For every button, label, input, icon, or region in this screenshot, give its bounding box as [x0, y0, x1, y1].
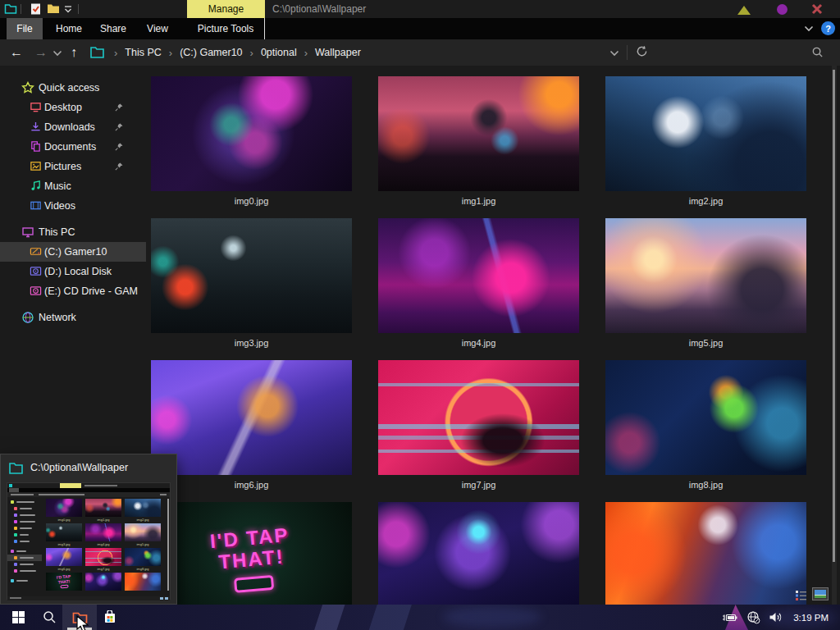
sidebar-item-label: Network — [39, 312, 76, 323]
vertical-scrollbar[interactable] — [832, 66, 837, 605]
sidebar-item-videos[interactable]: Videos — [0, 196, 146, 216]
file-name: img3.jpg — [151, 338, 352, 348]
search-icon[interactable] — [811, 46, 824, 58]
breadcrumb-wallpaper[interactable]: Wallpaper — [313, 47, 363, 58]
start-button[interactable] — [3, 605, 33, 630]
explorer-app-icon — [4, 2, 17, 16]
tab-share[interactable]: Share — [94, 18, 133, 39]
file-item-img2[interactable]: img2.jpg — [601, 76, 829, 218]
manage-contextual-header: Manage — [187, 0, 265, 18]
volume-icon[interactable] — [769, 611, 783, 623]
breadcrumb-separator: › — [299, 47, 313, 59]
mini-status-bar — [7, 596, 170, 600]
tab-home[interactable]: Home — [49, 18, 89, 39]
file-item-img7[interactable]: img7.jpg — [374, 360, 601, 502]
mini-search — [160, 494, 167, 495]
quick-access-star-icon — [21, 81, 34, 94]
downloads-icon — [30, 121, 42, 133]
refresh-icon[interactable] — [636, 45, 648, 57]
collapse-ribbon-icon[interactable] — [804, 25, 814, 32]
mini-sidebar-row-selected — [7, 555, 42, 561]
mini-scrollbar — [167, 499, 169, 591]
sidebar-item-desktop[interactable]: Desktop — [0, 98, 146, 117]
file-item-img4[interactable]: img4.jpg — [374, 218, 601, 360]
thumbnail-img9: I'D TAPTHAT! — [151, 502, 352, 605]
thumbnail-view-button[interactable] — [812, 587, 829, 600]
sidebar-item-this-pc[interactable]: This PC — [0, 222, 146, 242]
recent-locations-chevron-icon[interactable] — [52, 50, 62, 57]
divider — [21, 4, 21, 14]
game-controller-graphic — [233, 575, 273, 593]
forward-button[interactable]: → — [34, 39, 48, 66]
system-tray: 3:19 PM — [718, 605, 840, 630]
scrollbar-thumb[interactable] — [833, 70, 835, 562]
battery-icon[interactable] — [722, 613, 738, 623]
sidebar-item-quick-access[interactable]: Quick access — [0, 78, 146, 98]
breadcrumb-drive-c[interactable]: (C:) Gamer10 — [178, 47, 244, 58]
sidebar-item-network[interactable]: Network — [0, 308, 146, 327]
file-item-img5[interactable]: img5.jpg — [601, 218, 829, 360]
thumbnail-img11 — [605, 502, 806, 605]
sidebar-item-downloads[interactable]: Downloads — [0, 117, 146, 137]
windows-logo-icon — [12, 611, 25, 623]
properties-icon[interactable] — [30, 2, 42, 16]
file-name: img0.jpg — [151, 196, 352, 206]
thumbnail-img8 — [605, 360, 806, 475]
breadcrumb-this-pc[interactable]: This PC — [123, 47, 162, 58]
address-folder-icon[interactable] — [90, 46, 104, 58]
file-name: img4.jpg — [378, 338, 579, 348]
window-preview-thumbnail: img0.jpg img1.jpg img2.jpg img3.jpg img4… — [7, 482, 171, 600]
file-item-img8[interactable]: img8.jpg — [601, 360, 829, 502]
wallpaper-streak — [368, 605, 412, 630]
file-list: img0.jpg img1.jpg img2.jpg img3.jpg img4… — [147, 66, 833, 605]
file-item-img1[interactable]: img1.jpg — [374, 76, 601, 218]
taskbar-preview-popup[interactable]: C:\0ptional\Wallpaper — [0, 454, 177, 605]
file-item-img3[interactable]: img3.jpg — [147, 218, 374, 360]
sidebar-item-drive-d[interactable]: (D:) Local Disk — [0, 262, 146, 281]
file-item-img0[interactable]: img0.jpg — [147, 76, 374, 218]
sidebar-item-label: Videos — [44, 200, 75, 212]
sidebar-item-label: Quick access — [39, 82, 99, 94]
thumbnail-caption: I'D TAPTHAT! — [151, 502, 352, 605]
breadcrumb-0ptional[interactable]: 0ptional — [259, 47, 299, 58]
thumbnail-img6 — [151, 360, 352, 475]
wallpaper-streak — [313, 605, 345, 630]
address-dropdown-chevron-icon[interactable] — [609, 50, 619, 57]
sidebar-item-drive-e[interactable]: (E:) CD Drive - GAM — [0, 281, 146, 301]
taskbar-search-button[interactable] — [34, 605, 64, 630]
sidebar-item-label: Downloads — [44, 121, 95, 133]
sidebar-item-documents[interactable]: Documents — [0, 137, 146, 157]
screen: Manage C:\0ptional\Wallpaper File Home S… — [0, 0, 840, 630]
back-button[interactable]: ← — [10, 39, 23, 66]
close-button[interactable] — [811, 3, 823, 15]
file-item-img6[interactable]: img6.jpg — [147, 360, 374, 502]
file-name: img8.jpg — [605, 480, 806, 490]
mini-sidebar-row — [7, 525, 42, 532]
details-view-button[interactable] — [795, 590, 808, 601]
file-item-img10[interactable]: img10.jpg — [374, 502, 601, 605]
microsoft-store-icon — [103, 610, 116, 624]
tab-picture-tools[interactable]: Picture Tools — [187, 18, 265, 39]
network-no-internet-icon[interactable] — [746, 610, 760, 624]
maximize-button[interactable] — [777, 4, 788, 15]
taskbar-clock[interactable]: 3:19 PM — [787, 613, 840, 623]
sidebar-item-music[interactable]: Music — [0, 176, 146, 196]
divider — [627, 45, 628, 60]
new-folder-icon[interactable] — [47, 2, 60, 15]
breadcrumb-separator: › — [163, 47, 178, 59]
tab-view[interactable]: View — [138, 18, 177, 39]
sidebar-item-drive-c[interactable]: (C:) Gamer10 — [0, 242, 146, 262]
drive-c-icon — [30, 245, 42, 258]
mini-body: img0.jpg img1.jpg img2.jpg img3.jpg img4… — [7, 497, 170, 596]
popup-path: C:\0ptional\Wallpaper — [30, 462, 128, 473]
customize-quick-access-icon[interactable] — [63, 6, 73, 13]
thumbnail-img1 — [378, 76, 579, 191]
tab-file[interactable]: File — [7, 18, 43, 39]
minimize-button[interactable] — [737, 6, 751, 15]
mini-sidebar-row — [7, 568, 42, 574]
file-item-img9[interactable]: I'D TAPTHAT! img9.jpg — [147, 502, 374, 605]
sidebar-item-pictures[interactable]: Pictures — [0, 157, 146, 176]
help-button[interactable]: ? — [821, 21, 835, 35]
taskbar-store-button[interactable] — [95, 605, 125, 630]
up-button[interactable]: ↑ — [71, 39, 77, 66]
